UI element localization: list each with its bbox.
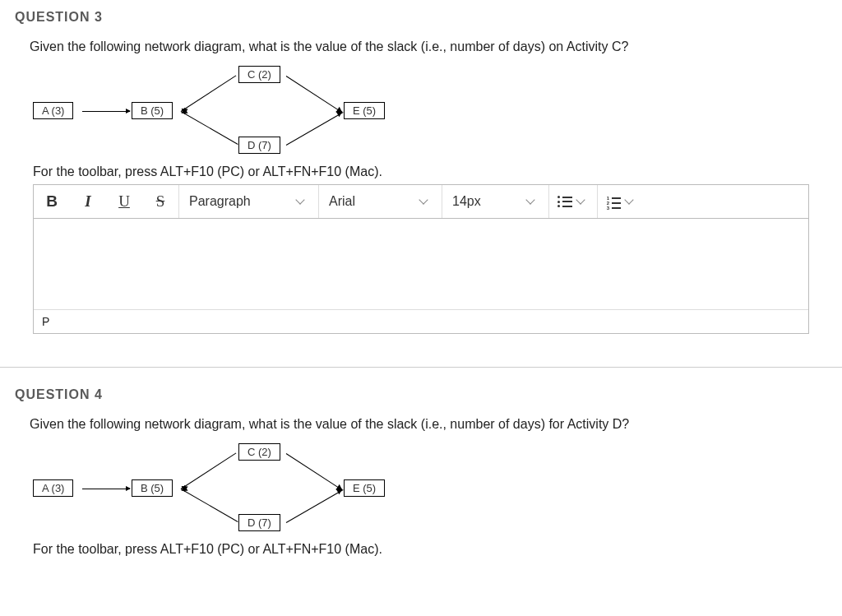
font-family-label: Arial <box>329 194 355 209</box>
strikethrough-button[interactable]: S <box>142 185 178 218</box>
edge-a-b <box>82 111 130 112</box>
node-d: D (7) <box>238 514 280 531</box>
edge-c-e <box>286 76 342 112</box>
network-diagram-2: A (3) B (5) C (2) D (7) E (5) <box>33 443 419 534</box>
edge-b-c <box>181 453 237 489</box>
paragraph-select[interactable]: Paragraph <box>178 185 318 218</box>
question-4: QUESTION 4 Given the following network d… <box>0 377 842 577</box>
question-4-prompt: Given the following network diagram, wha… <box>30 417 827 432</box>
node-c: C (2) <box>238 66 280 83</box>
question-3-heading: QUESTION 3 <box>15 10 827 25</box>
numbered-list-icon: 1 2 3 <box>606 196 621 207</box>
node-c: C (2) <box>238 443 280 461</box>
toolbar-hint: For the toolbar, press ALT+F10 (PC) or A… <box>33 164 827 179</box>
edge-b-d <box>181 489 238 522</box>
editor-toolbar: B I U S Paragraph Arial 14px <box>34 185 808 219</box>
numbered-list-button[interactable]: 1 2 3 <box>597 185 645 218</box>
editor-textarea[interactable] <box>34 219 808 309</box>
question-divider <box>0 367 842 368</box>
network-diagram-1: A (3) B (5) C (2) D (7) E (5) <box>33 66 419 156</box>
question-4-heading: QUESTION 4 <box>15 387 827 402</box>
question-3: QUESTION 3 Given the following network d… <box>0 0 842 349</box>
edge-b-c <box>181 76 237 112</box>
edge-b-d <box>181 111 238 145</box>
italic-button[interactable]: I <box>70 185 106 218</box>
font-size-label: 14px <box>452 194 481 209</box>
bullet-list-icon <box>557 196 572 207</box>
chevron-down-icon <box>297 196 308 207</box>
rich-text-editor: B I U S Paragraph Arial 14px <box>33 184 809 334</box>
edge-d-e <box>286 489 344 523</box>
font-family-select[interactable]: Arial <box>318 185 442 218</box>
chevron-down-icon <box>626 196 637 207</box>
font-size-select[interactable]: 14px <box>442 185 548 218</box>
question-3-prompt: Given the following network diagram, wha… <box>30 39 827 54</box>
node-d: D (7) <box>238 137 280 154</box>
node-a: A (3) <box>33 102 73 119</box>
underline-button[interactable]: U <box>106 185 142 218</box>
edge-d-e <box>286 112 344 146</box>
toolbar-hint: For the toolbar, press ALT+F10 (PC) or A… <box>33 542 827 557</box>
node-e: E (5) <box>344 102 385 119</box>
chevron-down-icon <box>577 196 589 207</box>
node-e: E (5) <box>344 479 385 497</box>
node-b: B (5) <box>132 102 173 119</box>
editor-status-path: P <box>34 309 808 333</box>
bold-button[interactable]: B <box>34 185 70 218</box>
edge-a-b <box>82 489 130 489</box>
paragraph-select-label: Paragraph <box>189 194 251 209</box>
chevron-down-icon <box>527 196 539 207</box>
bullet-list-button[interactable] <box>548 185 597 218</box>
node-a: A (3) <box>33 479 73 497</box>
node-b: B (5) <box>132 479 173 497</box>
chevron-down-icon <box>420 196 432 207</box>
edge-c-e <box>286 453 342 489</box>
